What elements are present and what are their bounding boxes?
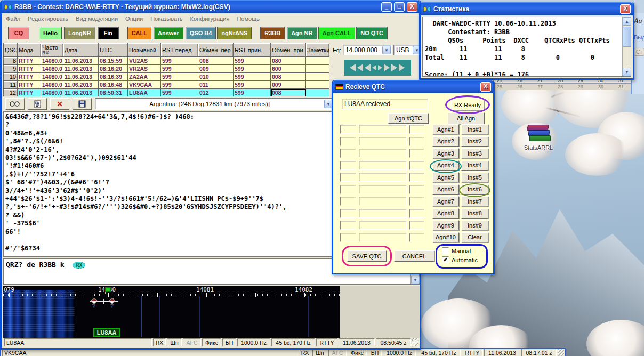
agn-button-4[interactable]: Agn#4 [432, 160, 459, 171]
log-data-cell[interactable]: 600 [271, 65, 306, 73]
log-data-cell[interactable]: 599 [161, 65, 198, 73]
log-data-cell[interactable]: 008 [271, 89, 306, 97]
stats-titlebar[interactable]: Статистика X [421, 2, 633, 15]
log-row[interactable]: 11RTTY14080.011.06.201308:16:48VK9CAA599… [4, 81, 329, 89]
qtc-message-field[interactable] [359, 209, 407, 218]
log-data-cell[interactable]: 599 [234, 73, 271, 81]
qtc-number-field[interactable] [409, 173, 424, 182]
log-row[interactable]: 12RTTY14080.011.06.201308:50:31LU8AA5990… [4, 89, 329, 97]
log-data-cell[interactable]: 11.06.2013 [63, 73, 99, 81]
close-button[interactable]: X [480, 82, 491, 92]
resize-grip[interactable] [412, 338, 418, 346]
qtc-message-field[interactable] [359, 137, 407, 146]
qtc-number-field[interactable] [409, 233, 424, 242]
scroll-up-icon[interactable]: ▲ [623, 17, 631, 26]
status-field[interactable]: AFC [328, 349, 347, 356]
ins-button-4[interactable]: Ins#4 [461, 160, 488, 171]
qtc-serial-field[interactable] [340, 185, 356, 194]
waterfall-spectrum[interactable]: 079 14080 14081 14082 ▽ [3, 286, 340, 338]
log-data-cell[interactable]: 08:16:48 [99, 81, 128, 89]
menu-item[interactable]: Показывать [150, 15, 182, 22]
search-log-button[interactable] [5, 98, 25, 110]
ins-button-1[interactable]: Ins#1 [461, 124, 488, 134]
log-header-cell[interactable]: Позывной [128, 43, 161, 57]
macro-button-cq[interactable]: CQ [8, 27, 29, 39]
qtc-message-field[interactable] [359, 233, 407, 242]
manual-checkbox[interactable] [442, 247, 449, 254]
menu-item[interactable]: Опции [125, 15, 143, 22]
frequency-nudge-buttons[interactable] [344, 60, 411, 76]
qtc-serial-field[interactable] [340, 221, 356, 230]
log-data-cell[interactable] [306, 81, 329, 89]
cancel-button[interactable]: CANCEL [394, 250, 434, 262]
chevron-down-icon[interactable]: ▼ [382, 46, 391, 54]
status-field[interactable]: 1000.0 Hz [383, 349, 416, 356]
log-rownum-cell[interactable]: 8 [4, 57, 18, 65]
log-rownum-cell[interactable]: 12 [4, 89, 18, 97]
log-data-cell[interactable]: RTTY [18, 89, 41, 97]
qtc-serial-field[interactable] [340, 125, 356, 134]
qtc-serial-field[interactable] [340, 149, 356, 158]
agn-button-2[interactable]: Agn#2 [432, 136, 459, 147]
log-data-cell[interactable] [306, 89, 329, 97]
macro-button-longnr[interactable]: LongNR [64, 27, 95, 39]
macro-button-hello[interactable]: Hello [39, 27, 62, 39]
log-header-cell[interactable]: Обмен_пер [198, 43, 234, 57]
ins-button-6[interactable]: Ins#6 [461, 184, 488, 195]
qtc-message-field[interactable] [359, 173, 407, 182]
stats-scrollbar[interactable]: ▲ ▼ [622, 17, 631, 76]
minimize-button[interactable]: _ [381, 2, 392, 12]
log-header-cell[interactable]: Обмен_при [271, 43, 306, 57]
agn-button-6[interactable]: Agn#6 [432, 184, 459, 195]
status-field[interactable]: 1000.0 Hz [237, 338, 270, 346]
log-data-cell[interactable]: 599 [161, 57, 198, 65]
save-log-button[interactable] [73, 98, 92, 110]
status-field[interactable]: 08:50:45 z [376, 338, 411, 346]
log-header-cell[interactable]: ЧастоRX [41, 43, 63, 57]
status-field[interactable]: 45 bd, 170 Hz [271, 338, 315, 346]
ins-button-8[interactable]: Ins#8 [461, 208, 488, 219]
status-field[interactable]: RTTY [462, 349, 483, 356]
status-field[interactable]: 11.06.2013 [339, 338, 375, 346]
log-data-cell[interactable]: 11.06.2013 [63, 57, 99, 65]
save-qtc-button[interactable]: SAVE QTC [347, 250, 387, 262]
log-data-cell[interactable]: 599 [161, 89, 198, 97]
log-data-cell[interactable]: ZA2AA [128, 73, 161, 81]
log-data-cell[interactable]: 11.06.2013 [63, 81, 99, 89]
all-agn-button[interactable]: All Agn [447, 112, 485, 124]
resize-grip[interactable] [558, 349, 564, 356]
log-rownum-cell[interactable]: 10 [4, 73, 18, 81]
log-data-cell[interactable]: 14080.0 [41, 81, 63, 89]
agn-qtc-button[interactable]: Agn #QTC [388, 113, 429, 124]
menu-item[interactable]: Помощь [237, 15, 260, 22]
sideband-combo[interactable]: USB ▼ [393, 45, 422, 55]
automatic-checkbox[interactable]: ✔ [442, 256, 449, 263]
qtc-received-field[interactable]: LU8AA recieved [342, 99, 428, 109]
ins-button-2[interactable]: Ins#2 [461, 136, 488, 147]
rx-mode-badge[interactable]: RX [73, 262, 85, 269]
tune-flag-marker[interactable] [105, 287, 111, 292]
log-data-cell[interactable]: 599 [234, 81, 271, 89]
status-field[interactable]: Шп [312, 349, 327, 356]
qtc-serial-field[interactable] [340, 197, 356, 206]
status-field[interactable]: Шп [167, 338, 182, 346]
log-data-cell[interactable]: 009 [198, 65, 234, 73]
agn-button-3[interactable]: Agn#3 [432, 148, 459, 158]
qtc-serial-field[interactable] [340, 161, 356, 170]
rx-ready-button[interactable]: RX Ready [451, 100, 484, 110]
macro-button-r3bb[interactable]: R3BB [260, 27, 285, 39]
status-field[interactable]: RTTY [316, 338, 337, 346]
log-header-cell[interactable]: RST перед. [161, 43, 198, 57]
ins-button-3[interactable]: Ins#3 [461, 148, 488, 158]
status-field[interactable]: AFC [183, 338, 201, 346]
agn-button-5[interactable]: Agn#5 [432, 172, 459, 182]
log-data-cell[interactable]: 08:15:59 [99, 57, 128, 65]
qtc-message-field[interactable] [359, 125, 407, 134]
qtc-serial-field[interactable] [340, 137, 356, 146]
log-data-cell[interactable]: 599 [234, 57, 271, 65]
macro-button-agn-nr[interactable]: Agn NR [287, 27, 317, 39]
log-data-cell[interactable] [306, 57, 329, 65]
log-data-cell[interactable]: 599 [161, 73, 198, 81]
menu-item[interactable]: Файл [6, 15, 20, 22]
qtc-message-field[interactable] [359, 197, 407, 206]
